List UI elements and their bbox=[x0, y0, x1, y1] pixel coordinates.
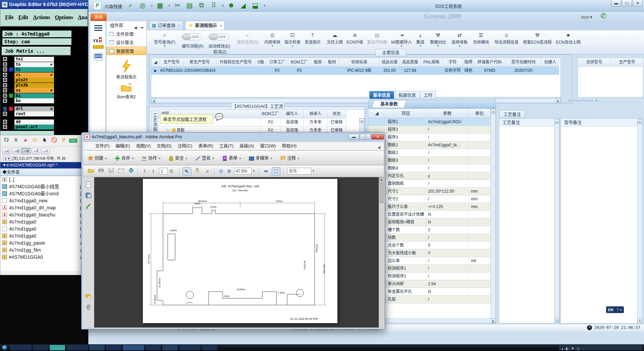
job-matrix-button[interactable]: Job Matrix ... bbox=[2, 47, 71, 55]
pdf-tool-icon[interactable]: PDF bbox=[69, 139, 77, 143]
toolbar-button-ECN自动上网[interactable]: ★ECN自动上网 bbox=[554, 32, 582, 48]
lightning-icon[interactable] bbox=[121, 60, 131, 72]
tool-安全[interactable]: 安全▼ bbox=[168, 153, 188, 163]
layer-row-drl[interactable]: drl⊞ bbox=[3, 106, 60, 111]
cancel-label[interactable]: 取消(Z) bbox=[213, 49, 226, 54]
tool-表单[interactable]: 表单▼ bbox=[222, 153, 241, 163]
list-item-file[interactable]: A4s7md1gga0_biaozhup bbox=[0, 211, 88, 218]
hand-tool-icon[interactable] bbox=[193, 167, 202, 176]
key-icon[interactable]: ⚲ bbox=[60, 137, 68, 143]
sidebar-item-0[interactable]: 文件处理 bbox=[107, 30, 146, 38]
chevron-down-icon[interactable]: ▼ bbox=[168, 4, 171, 7]
pages-panel-icon[interactable] bbox=[85, 181, 92, 188]
notes-right-vscrollbar[interactable]: ▲▼ bbox=[637, 119, 642, 323]
signatures-panel-icon[interactable] bbox=[85, 203, 92, 209]
filename-column-header[interactable]: ◆文件名 bbox=[0, 168, 88, 176]
copy-icon[interactable]: ⧉ bbox=[197, 1, 206, 9]
graphic-editor-titlebar[interactable]: ✕ Graphic Editor 9.07b2 (00@HY-HYCAM bbox=[0, 0, 88, 9]
params-vscrollbar[interactable]: ▲▼ bbox=[491, 109, 496, 323]
toolbar-button-数据对比[interactable]: ⚒数据对比▼ bbox=[428, 32, 448, 48]
hamburger-icon[interactable] bbox=[94, 25, 102, 26]
menu-item-表单(R)[interactable]: 表单(R) bbox=[198, 143, 213, 148]
column-header-单位[interactable]: 单位 bbox=[469, 109, 490, 118]
column-header-PNL规格[interactable]: PNL规格 bbox=[421, 58, 442, 67]
tool-协作[interactable]: 协作▼ bbox=[142, 153, 161, 163]
acrobat-titlebar[interactable]: A 4s7md1gga0_biaozhu.pdf - Adobe Acrobat… bbox=[82, 133, 385, 141]
menu-item-高级(A)[interactable]: 高级(A) bbox=[239, 143, 254, 148]
param-row-检测程序2[interactable]: 检测程序2/ bbox=[368, 272, 496, 280]
param-row-为大板铣成小板[interactable]: 为大板铣成小板Y bbox=[368, 249, 496, 257]
table-row[interactable]: ▶4S7MD1GGA010010400156424P2P2IPC-6012 Ⅱ级… bbox=[151, 67, 560, 75]
close-icon[interactable]: × bbox=[220, 23, 222, 28]
lifebuoy-icon[interactable]: ◎ bbox=[138, 1, 147, 9]
chevron-down-icon[interactable]: ▼ bbox=[263, 4, 266, 7]
knight-icon[interactable]: ♞ bbox=[41, 137, 49, 143]
sidebar-item-2[interactable]: 数据管理 bbox=[107, 47, 146, 55]
layer-checkbox[interactable] bbox=[3, 125, 7, 129]
comments-panel-icon[interactable] bbox=[85, 293, 92, 300]
select-tool-icon[interactable]: ↖ bbox=[182, 167, 191, 176]
menu-item-options[interactable]: Options bbox=[55, 14, 73, 20]
toolbar-button-文控上网[interactable]: ☁文控上网 bbox=[325, 32, 345, 48]
user-icon[interactable]: ☻ bbox=[227, 1, 235, 9]
notes-left-vscrollbar[interactable]: ▲▼ bbox=[554, 119, 559, 323]
layer-row-pln2t[interactable]: pln2t bbox=[3, 78, 60, 83]
list-item-file[interactable]: ≡4s7md1gga0z bbox=[0, 218, 88, 225]
style-dropdown[interactable]: Style ▾ bbox=[581, 15, 592, 20]
layer-checkbox[interactable] bbox=[3, 57, 7, 61]
folder-icon[interactable] bbox=[120, 83, 132, 92]
table-icon[interactable]: ▦ bbox=[156, 1, 164, 9]
folder-font-icon[interactable]: 🗀 bbox=[31, 137, 39, 143]
layer-row-cs[interactable]: cs☛ bbox=[3, 72, 60, 78]
layer-row-panel.art[interactable]: panel.art bbox=[3, 124, 60, 130]
toolbar-button-集成[interactable]: ⤓集成▼ bbox=[414, 32, 427, 48]
layer-row-ts[interactable]: ts bbox=[3, 67, 60, 72]
layer-row-dd[interactable]: dd bbox=[3, 119, 60, 124]
param-row-槽个数[interactable]: 槽个数2 bbox=[368, 226, 496, 234]
toolbar-button-ECN升级[interactable]: AECN升级 bbox=[346, 32, 364, 48]
list-item-file[interactable]: ⬆[..] bbox=[0, 176, 88, 183]
tab-拓展信息[interactable]: 拓展信息 bbox=[395, 91, 420, 99]
column-header-板材[interactable]: 板材 bbox=[325, 58, 339, 67]
param-row-程序1[interactable]: 程序14s7md1gga0.ROU bbox=[368, 118, 496, 126]
start-button[interactable] bbox=[2, 345, 7, 350]
select-all-cell[interactable]: ◢ bbox=[368, 109, 386, 118]
param-row-检测程序1[interactable]: 检测程序1/ bbox=[368, 265, 496, 272]
tree-branch-icon[interactable]: ├─ bbox=[166, 128, 171, 132]
column-header-阻焊[interactable]: 阻焊 bbox=[463, 58, 474, 67]
main-table-hscrollbar[interactable]: ◀▶ bbox=[151, 98, 561, 103]
toolbar-button-导出流程信息[interactable]: ☺导出流程信息 bbox=[492, 32, 521, 48]
drive-button-\[interactable]: ▱\ bbox=[41, 148, 50, 154]
layer-checkbox[interactable] bbox=[3, 94, 7, 98]
menu-item-file[interactable]: File bbox=[5, 14, 14, 20]
upload-web-icon[interactable] bbox=[127, 167, 136, 176]
model-search-button[interactable]: ⌕ 型号查询(F) ▼ bbox=[152, 32, 178, 48]
layer-checkbox[interactable] bbox=[3, 112, 7, 116]
menu-item-视图(V)[interactable]: 视图(V) bbox=[136, 143, 151, 148]
layer-row-to[interactable]: to☛ bbox=[3, 62, 60, 67]
scroll-mode-icon[interactable]: ⬌ bbox=[262, 167, 270, 176]
param-row-图纸3[interactable]: 图纸3/ bbox=[368, 157, 496, 164]
acrobat-vscrollbar[interactable]: ▲ bbox=[379, 177, 384, 328]
param-row-图纸4[interactable]: 图纸4/ bbox=[368, 164, 496, 172]
toolbar-button-MI数据导入[interactable]: ⇥MI数据导入▼ bbox=[390, 32, 413, 48]
list-item-file[interactable]: 4S7MD1GGA0最小线宽j bbox=[0, 183, 88, 190]
tab-基本信息[interactable]: 基本信息 bbox=[369, 91, 394, 99]
splitter-handle[interactable]: ▼ ╍╍╍╍╍╍╍╍╍ ▼ bbox=[568, 99, 598, 102]
layer-row-to1[interactable]: to1 bbox=[3, 57, 60, 62]
taskbar-button[interactable] bbox=[33, 345, 48, 350]
close-icon[interactable]: × bbox=[178, 23, 180, 28]
column-header-状态[interactable]: 状态 bbox=[327, 110, 346, 118]
tool-创建[interactable]: 创建▼ bbox=[88, 153, 107, 163]
param-row-块数[interactable]: 块数/ bbox=[368, 234, 496, 242]
language-bar[interactable]: EN?▾ bbox=[606, 306, 624, 313]
grid-icon[interactable]: ⠿ bbox=[209, 1, 218, 9]
column-header-字符[interactable]: 字符 bbox=[442, 58, 463, 67]
taskbar-button[interactable] bbox=[146, 345, 161, 350]
phone-icon[interactable]: ✆ bbox=[600, 12, 606, 20]
calculator-icon[interactable] bbox=[94, 53, 103, 60]
param-row-点总个数[interactable]: 点总个数0 bbox=[368, 242, 496, 249]
tool-注释[interactable]: 注释▼ bbox=[280, 153, 300, 163]
list-item-file[interactable]: A4s7md1gga0_drl_mapp bbox=[0, 204, 88, 211]
zoom-in-icon[interactable]: ⊕ bbox=[225, 167, 233, 176]
